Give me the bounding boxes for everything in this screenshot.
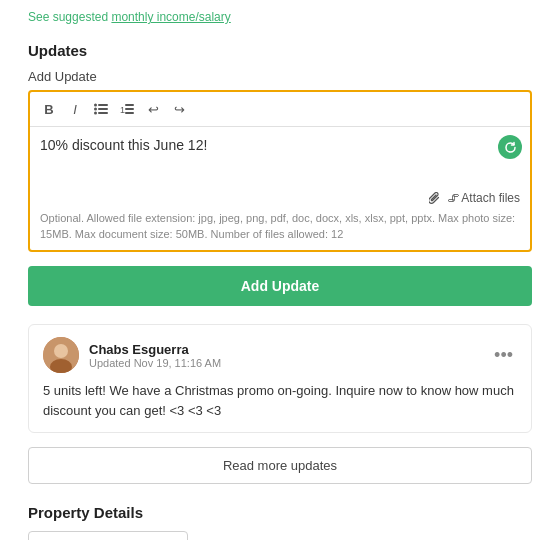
update-text: 5 units left! We have a Christmas promo … [43, 381, 517, 420]
attach-row[interactable]: 🖇 Attach files [30, 187, 530, 207]
editor-hint: Optional. Allowed file extension: jpg, j… [30, 207, 530, 250]
undo-button[interactable]: ↩ [142, 98, 164, 120]
update-user-info: Chabs Esguerra Updated Nov 19, 11:16 AM [43, 337, 221, 373]
svg-rect-1 [98, 104, 108, 106]
avatar-image [43, 337, 79, 373]
avatar [43, 337, 79, 373]
update-user-name: Chabs Esguerra [89, 342, 221, 357]
svg-rect-5 [98, 112, 108, 114]
refresh-icon[interactable] [498, 135, 522, 159]
updates-title: Updates [28, 42, 532, 59]
suggested-prefix: See suggested [28, 10, 108, 24]
update-user-details: Chabs Esguerra Updated Nov 19, 11:16 AM [89, 342, 221, 369]
ordered-list-button[interactable]: 1. [116, 98, 138, 120]
svg-point-11 [54, 344, 68, 358]
editor-toolbar: B I 1. [30, 92, 530, 127]
italic-button[interactable]: I [64, 98, 86, 120]
svg-point-2 [94, 108, 97, 111]
read-more-button[interactable]: Read more updates [28, 447, 532, 484]
attach-files-label: 🖇 Attach files [447, 191, 520, 205]
svg-rect-3 [98, 108, 108, 110]
update-time: Updated Nov 19, 11:16 AM [89, 357, 221, 369]
monthly-income-link[interactable]: monthly income/salary [111, 10, 230, 24]
update-header: Chabs Esguerra Updated Nov 19, 11:16 AM … [43, 337, 517, 373]
editor-input[interactable]: 10% discount this June 12! [40, 137, 490, 177]
svg-point-4 [94, 112, 97, 115]
add-update-label: Add Update [28, 69, 532, 84]
update-card: Chabs Esguerra Updated Nov 19, 11:16 AM … [28, 324, 532, 433]
commercial-type-box: Commercial Type: Building [28, 531, 188, 540]
property-details-title: Property Details [28, 504, 532, 521]
suggested-text: See suggested monthly income/salary [28, 10, 231, 24]
property-details-section: Property Details Commercial Type: Buildi… [28, 504, 532, 540]
svg-rect-7 [125, 104, 134, 106]
editor-container: B I 1. [28, 90, 532, 252]
update-more-button[interactable]: ••• [490, 346, 517, 364]
add-update-button[interactable]: Add Update [28, 266, 532, 306]
updates-section: Updates Add Update B I [28, 42, 532, 484]
editor-body: 10% discount this June 12! [30, 127, 530, 187]
svg-point-0 [94, 104, 97, 107]
svg-rect-8 [125, 108, 134, 110]
redo-button[interactable]: ↪ [168, 98, 190, 120]
bold-button[interactable]: B [38, 98, 60, 120]
unordered-list-button[interactable] [90, 98, 112, 120]
svg-rect-9 [125, 112, 134, 114]
attach-label[interactable]: 🖇 Attach files [429, 191, 520, 205]
